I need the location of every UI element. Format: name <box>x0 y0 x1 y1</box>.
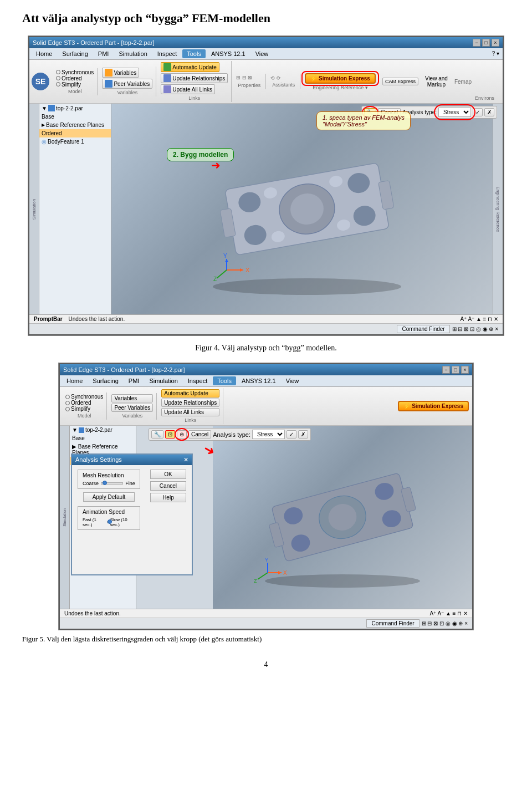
anim-slider: Fast (1 sec.) Slow (10 sec.) <box>83 517 135 527</box>
menu-inspect[interactable]: Inspect <box>153 49 181 58</box>
menu2-surfacing[interactable]: Surfacing <box>88 376 122 385</box>
tree-item-ordered[interactable]: Ordered <box>39 129 111 137</box>
menu-tools[interactable]: Tools <box>182 49 206 58</box>
menu2-simulation[interactable]: Simulation <box>145 376 182 385</box>
menu-surfacing[interactable]: Surfacing <box>58 49 92 58</box>
close-btn-1[interactable]: × <box>492 39 499 47</box>
auto-update-icon <box>163 63 171 71</box>
btn2-peer-variables[interactable]: Peer Variables <box>111 404 153 412</box>
dialog-close-icon[interactable]: ✕ <box>183 456 188 463</box>
btn2-variables[interactable]: Variables <box>111 394 153 402</box>
menu2-tools[interactable]: Tools <box>213 376 236 385</box>
btn2-red-circle[interactable]: ⊛ <box>177 430 187 439</box>
tree2-file[interactable]: ▼ top-2-2.par <box>70 426 136 434</box>
tree-label-bodyfeature: BodyFeature 1 <box>48 139 84 145</box>
simulation-side-tab[interactable]: Simulation <box>32 198 37 219</box>
mesh-slider-track[interactable] <box>101 482 123 485</box>
links2-label: Links <box>161 417 219 423</box>
tree-item-base-planes[interactable]: ▶ Base Reference Planes <box>39 121 111 129</box>
window-controls-1[interactable]: − □ × <box>473 39 499 47</box>
menu-simulation[interactable]: Simulation <box>114 49 151 58</box>
btn-ok[interactable]: OK <box>150 470 186 479</box>
btn-help[interactable]: Help <box>150 493 186 502</box>
menu2-home[interactable]: Home <box>62 376 87 385</box>
radio-dot2-ordered <box>65 401 70 405</box>
tree-item-bodyfeature[interactable]: ◎ BodyFeature 1 <box>39 137 111 146</box>
btn-close-analysis[interactable]: ✗ <box>484 108 494 116</box>
btn2-close-analysis[interactable]: ✗ <box>298 430 308 439</box>
menu2-ansys[interactable]: ANSYS 12.1 <box>237 376 280 385</box>
caption-2: Figur 5. Välj den lägsta diskretiserings… <box>22 635 510 644</box>
anim-slider-track[interactable] <box>107 521 108 523</box>
btn-check[interactable]: ✓ <box>473 108 483 116</box>
se-window-2: Solid Edge ST3 - Ordered Part - [top-2-2… <box>59 363 473 630</box>
radio2-ordered[interactable]: Ordered <box>65 400 103 406</box>
main-area-2: Simulation ▼ top-2-2.par Base ▶ Base Ref… <box>60 426 472 609</box>
radio2-synchronous[interactable]: Synchronous <box>65 394 103 400</box>
menu-home[interactable]: Home <box>32 49 57 58</box>
minimize-btn-1[interactable]: − <box>473 39 480 47</box>
close-btn-2[interactable]: × <box>461 366 469 374</box>
btn-simulation-express[interactable]: ⚡ Simulation Express <box>305 73 376 84</box>
btn2-update-all[interactable]: Update All Links <box>161 408 219 416</box>
btn2-cancel-analysis[interactable]: Cancel <box>188 430 211 439</box>
restore-btn-1[interactable]: □ <box>482 39 490 47</box>
command-finder-btn[interactable]: Command Finder <box>397 325 449 333</box>
btn2-auto-update[interactable]: Automatic Update <box>161 389 219 397</box>
btn-update-relationships-label: Update Relationships <box>172 75 225 81</box>
window-title-2: Solid Edge ST3 - Ordered Part - [top-2-2… <box>63 366 185 373</box>
menu-view[interactable]: View <box>251 49 273 58</box>
simulation-side-tab-2[interactable]: Simulation <box>63 508 66 527</box>
menu-ansys[interactable]: ANSYS 12.1 <box>207 49 250 58</box>
svg-text:Y: Y <box>223 253 227 259</box>
bodyfeature-icon: ◎ <box>42 139 47 145</box>
minimize-btn-2[interactable]: − <box>442 366 450 374</box>
font-size-controls-2: A⁺ A⁻ ▲ ≡ ⊓ ✕ <box>430 610 468 616</box>
btn-cam-express[interactable]: CAM Express <box>382 78 418 85</box>
mesh-resolution-section: Mesh Resolution Coarse Fine <box>78 470 140 489</box>
label-simplify: Simplify <box>62 81 81 88</box>
btn-variables[interactable]: Variables <box>102 68 139 78</box>
btn-peer-variables[interactable]: Peer Variables <box>102 79 152 89</box>
update-links-icon <box>163 85 171 93</box>
slow-label: Slow (10 sec.) <box>110 517 135 527</box>
toolbar-group-links: Automatic Update Update Relationships Up… <box>157 61 232 102</box>
menu2-inspect[interactable]: Inspect <box>183 376 212 385</box>
analysis-type-select-2[interactable]: Stress Modal <box>252 430 285 439</box>
btn-update-all-links[interactable]: Update All Links <box>161 84 215 94</box>
analysis-type-select[interactable]: Stress Modal <box>438 108 471 117</box>
toolbar-group-properties: ⊞ ⊟ ⊠ Properties <box>233 74 266 89</box>
btn-update-relationships[interactable]: Update Relationships <box>161 73 228 83</box>
tree-item-base[interactable]: Base <box>39 113 111 121</box>
restore-btn-2[interactable]: □ <box>452 366 459 374</box>
menu-pmi[interactable]: PMI <box>94 49 114 58</box>
label2-synchronous: Synchronous <box>71 394 103 400</box>
menu2-view[interactable]: View <box>282 376 304 385</box>
menu2-pmi[interactable]: PMI <box>124 376 144 385</box>
tree2-base[interactable]: Base <box>70 434 136 442</box>
btn2-build-model[interactable]: 🔧 <box>151 430 163 439</box>
page-title: Att välja analystyp och “bygga” FEM-mode… <box>22 11 510 26</box>
tree-item-file[interactable]: ▼ top-2-2.par <box>39 104 111 113</box>
toolbar-group-assistants: ⟲ ⟳ Assistants <box>267 74 300 89</box>
btn-apply-default[interactable]: Apply Default <box>83 492 135 502</box>
window-controls-2[interactable]: − □ × <box>442 366 469 374</box>
btn2-sim-express[interactable]: ⚡ Simulation Express <box>398 401 469 411</box>
btn-cancel[interactable]: Cancel <box>150 481 186 491</box>
promptbar-text: Undoes the last action. <box>68 316 125 322</box>
menu-bar-1: Home Surfacing PMI Simulation Inspect To… <box>29 48 503 60</box>
peer-variables-icon <box>105 80 112 88</box>
btn-automatic-update[interactable]: Automatic Update <box>161 62 219 72</box>
radio-simplify[interactable]: Simplify <box>56 81 81 88</box>
btn2-update-rel[interactable]: Update Relationships <box>161 399 219 407</box>
analysis-toolbar-2: 🔧 ⊡ ⊛ Cancel Analysis type: Stress Modal… <box>149 428 311 441</box>
radio-ordered[interactable]: Ordered <box>56 75 82 81</box>
font-size-controls: A⁺ A⁻ ▲ ≡ ⊓ ✕ <box>461 316 498 322</box>
radio-synchronous[interactable]: Synchronous <box>56 69 94 75</box>
radio2-simplify[interactable]: Simplify <box>65 406 103 412</box>
btn2-confirm[interactable]: ✓ <box>287 430 296 439</box>
btn2-mesh[interactable]: ⊡ <box>165 430 175 439</box>
command-finder-btn-2[interactable]: Command Finder <box>366 619 419 628</box>
status-icons-2: ⊞ ⊟ ⊠ ⊡ ◎ ◉ ⊕ × <box>422 620 468 626</box>
engineering-reference-tab[interactable]: Engineering Reference <box>495 186 500 232</box>
